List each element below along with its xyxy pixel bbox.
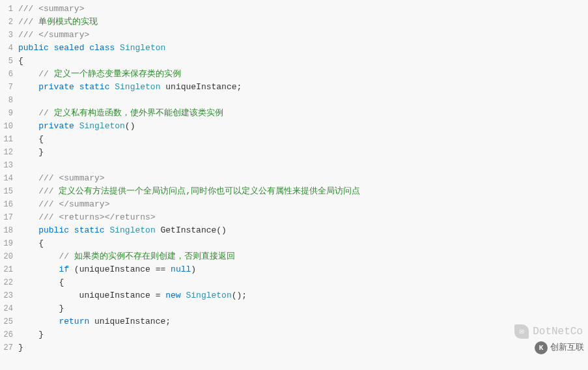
- code-line: 15 /// 定义公有方法提供一个全局访问点,同时你也可以定义公有属性来提供全局…: [3, 185, 585, 198]
- token-comment-slash: ///: [38, 212, 59, 222]
- line-content: {: [18, 237, 585, 250]
- line-number: 6: [3, 68, 18, 81]
- line-content: }: [18, 146, 585, 159]
- code-line: 11 {: [3, 133, 585, 146]
- token-plain: [18, 304, 59, 313]
- line-number: 22: [3, 276, 18, 289]
- wechat-icon: ✉: [514, 324, 529, 339]
- line-content: /// </summary>: [18, 198, 585, 211]
- token-plain: [18, 186, 38, 196]
- code-line: 23 uniqueInstance = new Singleton();: [3, 289, 585, 302]
- code-line: 18 public static Singleton GetInstance(): [3, 224, 585, 237]
- watermark-wechat-text: DotNetCo: [533, 325, 583, 338]
- code-line: 19 {: [3, 237, 585, 250]
- token-comment-cn: 定义私有构造函数，使外界不能创建该类实例: [54, 108, 223, 118]
- line-number: 18: [3, 224, 18, 237]
- line-content: /// 单例模式的实现: [18, 16, 585, 29]
- line-number: 21: [3, 263, 18, 276]
- token-type: Singleton: [186, 291, 231, 300]
- code-line: 27}: [3, 341, 585, 354]
- token-plain: ;: [242, 291, 247, 300]
- line-content: }: [18, 302, 585, 315]
- code-block: 1/// <summary>2/// 单例模式的实现3/// </summary…: [3, 3, 585, 354]
- line-number: 15: [3, 185, 18, 198]
- token-plain: [74, 82, 79, 92]
- line-number: 27: [3, 341, 18, 354]
- token-type: Singleton: [115, 82, 160, 92]
- code-line: 8: [3, 94, 585, 107]
- line-content: /// <summary>: [18, 3, 585, 16]
- token-plain: [115, 43, 120, 53]
- token-plain: GetInstance: [156, 225, 217, 235]
- token-keyword: public: [18, 43, 49, 53]
- code-line: 12 }: [3, 146, 585, 159]
- token-comment-slash: ///: [18, 4, 38, 14]
- code-line: 3/// </summary>: [3, 29, 585, 42]
- token-type: Singleton: [120, 43, 165, 53]
- token-brace: }: [59, 304, 64, 313]
- line-content: private Singleton(): [18, 120, 585, 133]
- token-plain: [49, 43, 54, 53]
- token-plain: uniqueInstance: [79, 264, 156, 274]
- line-content: private static Singleton uniqueInstance;: [18, 81, 585, 94]
- line-number: 26: [3, 328, 18, 341]
- line-number: 5: [3, 55, 18, 68]
- line-number: 9: [3, 107, 18, 120]
- line-number: 19: [3, 237, 18, 250]
- token-plain: [18, 121, 38, 131]
- token-paren: (): [125, 121, 135, 131]
- code-line: 2/// 单例模式的实现: [3, 16, 585, 29]
- line-number: 23: [3, 289, 18, 302]
- token-brace: {: [59, 278, 64, 287]
- token-plain: [18, 330, 38, 339]
- token-brace: {: [38, 238, 44, 248]
- line-content: {: [18, 55, 585, 68]
- line-content: {: [18, 133, 585, 146]
- token-paren: (): [232, 291, 242, 300]
- line-content: }: [18, 341, 585, 354]
- token-comment-cn: 定义公有方法提供一个全局访问点,同时你也可以定义公有属性来提供全局访问点: [59, 186, 360, 196]
- code-line: 7 private static Singleton uniqueInstanc…: [3, 81, 585, 94]
- code-line: 14 /// <summary>: [3, 172, 585, 185]
- code-line: 9 // 定义私有构造函数，使外界不能创建该类实例: [3, 107, 585, 120]
- line-content: [18, 94, 585, 107]
- token-comment-tag: <returns></returns>: [59, 212, 155, 222]
- code-line: 6 // 定义一个静态变量来保存类的实例: [3, 68, 585, 81]
- token-plain: [18, 278, 59, 287]
- line-content: /// 定义公有方法提供一个全局访问点,同时你也可以定义公有属性来提供全局访问点: [18, 185, 585, 198]
- token-plain: uniqueInstance;: [89, 317, 171, 326]
- code-line: 25 return uniqueInstance;: [3, 315, 585, 328]
- token-plain: uniqueInstance: [18, 291, 156, 300]
- token-plain: [18, 82, 38, 92]
- token-brace: }: [18, 343, 23, 352]
- token-plain: [18, 317, 59, 326]
- token-plain: [18, 108, 38, 118]
- token-keyword: public: [38, 225, 69, 235]
- line-number: 25: [3, 315, 18, 328]
- code-line: 5{: [3, 55, 585, 68]
- code-line: 4public sealed class Singleton: [3, 42, 585, 55]
- token-comment-cn: 定义一个静态变量来保存类的实例: [54, 69, 181, 79]
- token-brace: }: [38, 330, 44, 339]
- line-content: public static Singleton GetInstance(): [18, 224, 585, 237]
- token-plain: [18, 134, 38, 144]
- token-plain: [18, 264, 59, 274]
- token-plain: [18, 69, 38, 79]
- token-plain: [18, 225, 38, 235]
- token-plain: [18, 212, 38, 222]
- token-plain: uniqueInstance;: [160, 82, 242, 92]
- token-comment-tag: </summary>: [59, 199, 109, 209]
- token-comment-slash: //: [38, 69, 53, 79]
- token-brace: }: [38, 147, 44, 157]
- line-number: 8: [3, 94, 18, 107]
- line-content: return uniqueInstance;: [18, 315, 585, 328]
- token-paren: (: [74, 264, 79, 274]
- token-comment-tag: <summary>: [38, 4, 84, 14]
- token-plain: [18, 147, 38, 157]
- line-number: 24: [3, 302, 18, 315]
- line-content: public sealed class Singleton: [18, 42, 585, 55]
- line-content: /// <returns></returns>: [18, 211, 585, 224]
- code-line: 10 private Singleton(): [3, 120, 585, 133]
- token-keyword: class: [89, 43, 115, 53]
- token-comment-slash: //: [59, 251, 74, 261]
